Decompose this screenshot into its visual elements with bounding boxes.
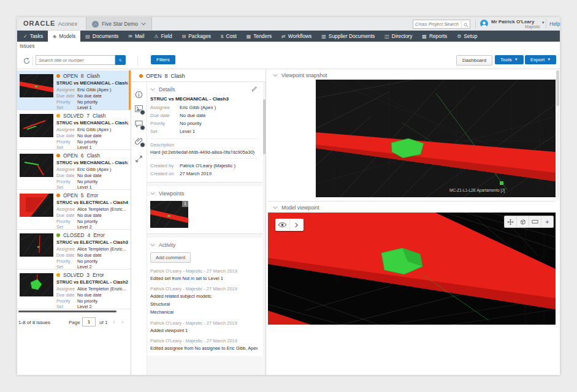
expand-toolbar-chevron-icon[interactable] bbox=[289, 219, 304, 231]
section-plane-icon[interactable] bbox=[529, 216, 541, 227]
issue-card[interactable]: CLOSED4ErrorSTRUC vs ELECTRICAL - Clash3… bbox=[17, 230, 131, 270]
viewpoints-section-header[interactable]: Viewpoints bbox=[150, 189, 258, 198]
field-label: Set bbox=[150, 127, 180, 135]
user-name[interactable]: Mr Patrick O'Leary bbox=[491, 19, 534, 24]
divider bbox=[150, 158, 258, 159]
viewpoint-snapshot-image[interactable]: MC-Z1-L1-L2E Apartamento [J] bbox=[316, 80, 556, 197]
eye-icon[interactable] bbox=[275, 219, 289, 231]
issue-field-row: AssigneeAlice Templeton (Enzic... bbox=[56, 286, 129, 292]
issue-field-row: Due dateNo due date bbox=[56, 292, 129, 298]
edit-pencil-icon[interactable] bbox=[251, 86, 258, 93]
refresh-icon[interactable] bbox=[23, 56, 31, 64]
field-label: Assignee bbox=[56, 167, 77, 172]
detail-status: OPEN bbox=[146, 73, 162, 79]
horizontal-scrollbar[interactable] bbox=[18, 311, 117, 312]
user-menu-caret-icon[interactable]: ▾ bbox=[542, 20, 545, 25]
main-content: OPEN8ClashSTRUC vs MECHANICAL - Clash3As… bbox=[17, 69, 560, 375]
issue-search-input[interactable] bbox=[36, 58, 115, 63]
tools-button[interactable]: Tools▼ bbox=[495, 55, 524, 64]
tab-documents[interactable]: ▤Documents bbox=[80, 31, 123, 42]
tab-label: Packages bbox=[188, 33, 211, 39]
cross-project-search-input[interactable] bbox=[413, 21, 461, 27]
field-label: Set bbox=[56, 105, 77, 110]
tab-cost[interactable]: $Cost bbox=[216, 31, 242, 42]
tab-directory[interactable]: ◫Directory bbox=[380, 31, 417, 42]
tab-label: Field bbox=[161, 33, 172, 39]
issue-card[interactable]: SOLVED7ClashSTRUC vs MECHANICAL - Clash2… bbox=[17, 110, 131, 150]
activity-section-header[interactable]: Activity bbox=[150, 241, 258, 249]
issue-subject: STRUC vs ELECTRICAL - Clash3 bbox=[56, 239, 128, 245]
search-icon[interactable] bbox=[461, 19, 470, 30]
status-dot bbox=[56, 194, 60, 197]
attachments-icon[interactable] bbox=[135, 137, 143, 145]
detail-type: Clash bbox=[171, 73, 185, 79]
tab-models[interactable]: ◈Models bbox=[48, 31, 80, 42]
tab-reports[interactable]: ▩Reports bbox=[417, 31, 452, 42]
tab-tenders[interactable]: ▦Tenders bbox=[242, 31, 277, 42]
issue-subject: STRUC vs MECHANICAL - Clash2 bbox=[56, 120, 128, 126]
issue-status: SOLVED bbox=[63, 272, 83, 278]
orbit-cube-icon[interactable] bbox=[516, 216, 529, 227]
related-items-icon[interactable] bbox=[135, 155, 143, 163]
user-avatar[interactable] bbox=[480, 20, 488, 28]
person-icon bbox=[480, 20, 488, 28]
setup-icon: ⚙ bbox=[457, 34, 461, 39]
model-viewport[interactable]: + bbox=[268, 213, 556, 325]
next-page-button[interactable]: › bbox=[121, 318, 124, 325]
project-selector[interactable]: ∴ Five Star Demo bbox=[86, 17, 152, 31]
scrollbar-thumb[interactable] bbox=[263, 99, 266, 154]
chevron-down-icon bbox=[150, 243, 155, 247]
issue-card[interactable]: OPEN8ClashSTRUC vs MECHANICAL - Clash3As… bbox=[17, 70, 131, 110]
model-viewpoint-header[interactable]: Model viewpoint bbox=[267, 201, 555, 212]
help-link[interactable]: Help bbox=[549, 21, 560, 27]
add-comment-button[interactable]: Add comment bbox=[150, 252, 191, 263]
info-icon[interactable] bbox=[135, 91, 143, 99]
previous-page-button[interactable]: ‹ bbox=[113, 318, 115, 325]
directory-icon: ◫ bbox=[384, 34, 389, 39]
tab-label: Documents bbox=[93, 33, 118, 39]
issue-number: 7 bbox=[86, 113, 90, 119]
field-label: Due date bbox=[56, 252, 77, 258]
issue-field-row: SetLevel 1 bbox=[56, 184, 129, 190]
issue-subject: STRUC vs ELECTRICAL - Clash2 bbox=[56, 279, 128, 285]
selected-indicator-bar bbox=[129, 70, 131, 110]
issue-status-line: OPEN5Error bbox=[56, 192, 98, 198]
details-section-header[interactable]: Details bbox=[150, 85, 258, 94]
tab-packages[interactable]: ⊞Packages bbox=[177, 31, 216, 42]
tab-setup[interactable]: ⚙Setup bbox=[452, 31, 482, 42]
field-value: Level 2 bbox=[77, 304, 92, 309]
issue-card[interactable]: OPEN6ClashSTRUC vs MECHANICAL - Clash1As… bbox=[17, 150, 131, 190]
tab-field[interactable]: ⚠Field bbox=[149, 31, 177, 42]
chevron-down-icon bbox=[273, 206, 278, 209]
field-label: Priority bbox=[150, 119, 180, 127]
tab-tasks[interactable]: ✓Tasks bbox=[18, 31, 48, 42]
tab-label: Models bbox=[59, 33, 75, 39]
filters-button[interactable]: Filters bbox=[151, 55, 175, 64]
search-button[interactable] bbox=[115, 55, 126, 65]
field-label: Due date bbox=[56, 292, 77, 298]
issue-field-row: Due dateNo due date bbox=[56, 133, 129, 138]
issue-card[interactable]: SOLVED3ErrorSTRUC vs ELECTRICAL - Clash2… bbox=[17, 270, 131, 309]
tab-workflows[interactable]: ⇄Workflows bbox=[277, 31, 316, 42]
page-number-input[interactable] bbox=[82, 317, 96, 326]
field-label: Created on bbox=[150, 170, 180, 178]
dashboard-button[interactable]: Dashboard bbox=[456, 55, 492, 66]
viewpoint-snapshot-header[interactable]: Viewpoint snapshot bbox=[267, 70, 555, 80]
scrollbar-thumb[interactable] bbox=[556, 70, 559, 106]
issue-card[interactable]: OPEN5ErrorSTRUC vs ELECTRICAL - Clash4As… bbox=[17, 190, 131, 230]
field-label: Assignee bbox=[56, 87, 77, 92]
zoom-in-icon[interactable]: + bbox=[541, 216, 553, 227]
viewpoints-icon[interactable] bbox=[135, 105, 143, 113]
pan-icon[interactable] bbox=[505, 216, 516, 227]
viewpoint-thumbnail[interactable]: 1 bbox=[150, 201, 188, 228]
issue-type: Clash bbox=[86, 73, 99, 79]
tab-mail[interactable]: ✉Mail bbox=[123, 31, 149, 42]
field-label: Due date bbox=[56, 173, 77, 178]
comments-icon[interactable] bbox=[135, 120, 143, 128]
field-value: No due date bbox=[77, 292, 102, 298]
field-value: No due date bbox=[77, 133, 102, 138]
issue-field-row: PriorityNo priority bbox=[56, 298, 129, 304]
export-button[interactable]: Export▼ bbox=[525, 55, 556, 64]
status-dot bbox=[56, 154, 60, 157]
tab-supplier-documents[interactable]: ▥Supplier Documents bbox=[316, 31, 380, 42]
